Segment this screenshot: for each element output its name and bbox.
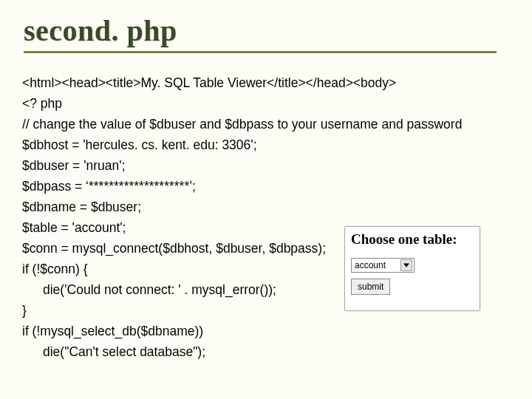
code-line: $dbname = $dbuser; <box>22 197 510 217</box>
title-underline <box>24 51 497 53</box>
slide: second. php <html><head><title>My. SQL T… <box>0 0 532 399</box>
code-line: <? php <box>22 93 510 114</box>
submit-button[interactable]: submit <box>351 279 390 295</box>
table-select[interactable]: account <box>351 258 415 273</box>
svg-marker-0 <box>403 264 409 267</box>
code-line: $dbhost = 'hercules. cs. kent. edu: 3306… <box>22 134 510 155</box>
chevron-down-icon <box>400 259 412 271</box>
code-line: // change the value of $dbuser and $dbpa… <box>22 114 510 134</box>
submit-label: submit <box>358 282 383 292</box>
code-line: <html><head><title>My. SQL Table Viewer<… <box>22 72 510 93</box>
select-value: account <box>355 260 400 270</box>
browser-inset: Choose one table: account submit <box>344 226 480 311</box>
code-line: if (!mysql_select_db($dbname)) <box>22 321 510 341</box>
code-line: $dbpass = ‘********************’; <box>22 176 510 197</box>
code-line: die("Can't select database"); <box>22 341 510 362</box>
inset-heading: Choose one table: <box>351 231 474 248</box>
code-line: $dbuser = 'nruan'; <box>22 155 510 176</box>
code-block: <html><head><title>My. SQL Table Viewer<… <box>22 72 510 362</box>
page-title: second. php <box>24 13 510 48</box>
code-wrap: <html><head><title>My. SQL Table Viewer<… <box>22 72 510 362</box>
